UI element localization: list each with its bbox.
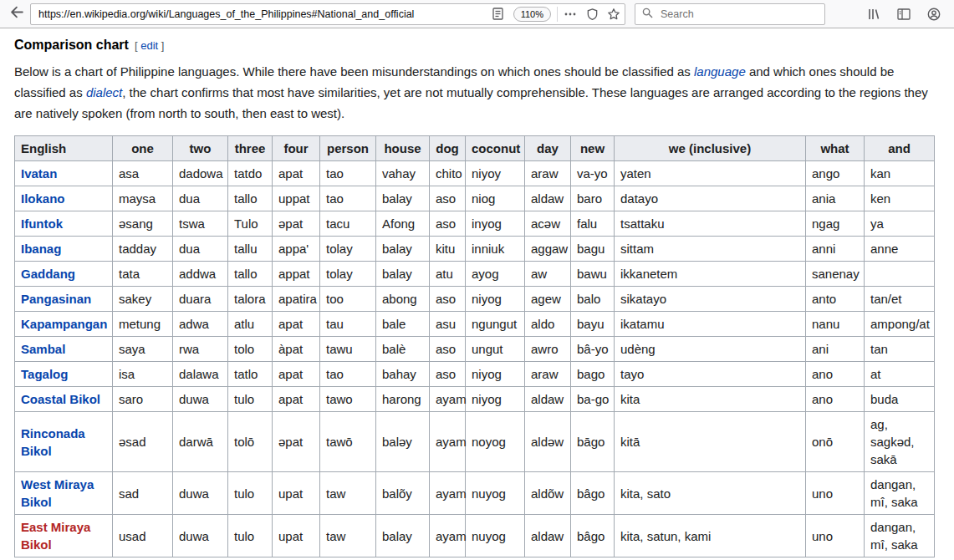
table-cell: tayo: [615, 362, 806, 387]
table-cell: ken: [865, 186, 935, 211]
table-cell: duara: [173, 287, 228, 312]
reader-mode-icon[interactable]: [487, 4, 509, 24]
table-cell: tolō: [228, 412, 273, 472]
table-cell: kitā: [615, 412, 806, 472]
table-cell: kita: [615, 387, 806, 412]
table-cell: tswa: [173, 211, 228, 237]
table-cell: agew: [525, 287, 571, 312]
table-cell: tao: [320, 161, 376, 186]
search-bar[interactable]: [635, 3, 825, 25]
table-cell: datayo: [615, 186, 806, 211]
dialect-article-link[interactable]: dialect: [86, 85, 122, 99]
table-cell: yaten: [615, 161, 806, 186]
table-cell: ikatamu: [615, 312, 806, 337]
search-input[interactable]: [659, 8, 818, 21]
table-cell: saya: [113, 337, 173, 362]
table-cell: appa': [273, 237, 320, 262]
urlbar-separator: [557, 7, 558, 22]
intro-text-3: , the chart confirms that most have simi…: [14, 85, 928, 120]
library-icon[interactable]: [862, 3, 885, 25]
table-cell: baro: [571, 186, 615, 211]
sidebar-icon[interactable]: [892, 3, 916, 25]
account-icon[interactable]: [922, 3, 946, 25]
url-input[interactable]: [38, 4, 487, 24]
table-cell: tan: [865, 337, 935, 362]
url-bar[interactable]: 110%: [30, 3, 625, 25]
table-cell: kitu: [430, 237, 466, 262]
column-header: three: [228, 136, 273, 161]
table-cell: tao: [320, 186, 376, 211]
bookmark-star-icon[interactable]: [603, 4, 625, 24]
table-cell: anne: [865, 237, 935, 262]
table-cell: aldaw: [525, 387, 571, 412]
table-cell: ngag: [806, 211, 865, 237]
column-header: we (inclusive): [615, 136, 806, 161]
shield-icon[interactable]: [581, 4, 603, 24]
table-cell: balay: [376, 237, 430, 262]
table-cell: tulo: [228, 387, 273, 412]
table-cell: noyog: [466, 412, 525, 472]
table-cell: ayam: [430, 472, 466, 515]
table-cell: sakey: [113, 287, 173, 312]
language-link[interactable]: West Miraya Bikol: [21, 477, 94, 509]
table-cell: upat: [273, 515, 320, 557]
table-cell: tallo: [228, 262, 273, 287]
edit-link[interactable]: edit: [140, 39, 158, 52]
language-link[interactable]: Sambal: [21, 342, 65, 356]
table-cell: tacu: [320, 211, 376, 237]
table-cell: balay: [376, 515, 430, 557]
language-cell: West Miraya Bikol: [15, 472, 113, 515]
table-cell: nuyog: [466, 515, 525, 557]
table-cell: bagu: [571, 237, 615, 262]
search-icon: [642, 7, 653, 22]
column-header: new: [571, 136, 615, 161]
table-cell: vahay: [376, 161, 430, 186]
toolbar-right-icons: [862, 3, 949, 25]
language-link[interactable]: Kapampangan: [21, 317, 107, 331]
language-cell: Coastal Bikol: [15, 387, 113, 412]
table-cell: ayog: [466, 262, 525, 287]
language-link[interactable]: East Miraya Bikol: [21, 520, 90, 552]
table-cell: tallo: [228, 186, 273, 211]
table-cell: tawō: [320, 412, 376, 472]
language-link[interactable]: Ivatan: [21, 166, 57, 181]
language-link[interactable]: Rinconada Bikol: [21, 426, 85, 458]
page-actions-icon[interactable]: [559, 4, 581, 24]
table-cell: va-yo: [571, 161, 615, 186]
back-button[interactable]: [5, 3, 28, 25]
table-cell: udèng: [615, 337, 806, 362]
table-cell: ani: [806, 337, 865, 362]
table-cell: niyog: [466, 387, 525, 412]
table-cell: duwa: [173, 515, 228, 557]
language-link[interactable]: Ilokano: [21, 191, 65, 206]
table-cell: atu: [430, 262, 466, 287]
table-cell: aldo: [525, 312, 571, 337]
language-link[interactable]: Ibanag: [21, 242, 61, 256]
table-cell: tawu: [320, 337, 376, 362]
table-cell: taw: [320, 515, 376, 557]
language-link[interactable]: Tagalog: [21, 367, 68, 381]
language-link[interactable]: Ifuntok: [21, 216, 63, 231]
table-cell: ania: [806, 186, 865, 211]
table-cell: tatlo: [228, 362, 273, 387]
table-cell: dalawa: [173, 362, 228, 387]
language-cell: Pangasinan: [15, 287, 113, 312]
table-cell: uno: [806, 472, 865, 515]
section-heading: Comparison chart[ edit ]: [14, 38, 937, 53]
table-cell: nuyog: [466, 472, 525, 515]
table-cell: bahay: [376, 362, 430, 387]
column-header: person: [320, 136, 376, 161]
zoom-indicator[interactable]: 110%: [513, 7, 551, 22]
language-link[interactable]: Pangasinan: [21, 292, 91, 306]
table-cell: too: [320, 287, 376, 312]
language-link[interactable]: Coastal Bikol: [21, 392, 100, 406]
table-cell: ungut: [466, 337, 525, 362]
column-header: coconut: [466, 136, 525, 161]
language-article-link[interactable]: language: [694, 64, 746, 79]
table-cell: apatira: [273, 287, 320, 312]
table-cell: tao: [320, 362, 376, 387]
language-link[interactable]: Gaddang: [21, 267, 75, 281]
column-header: day: [525, 136, 571, 161]
back-arrow-icon: [10, 5, 24, 23]
table-cell: Tulo: [228, 211, 273, 237]
